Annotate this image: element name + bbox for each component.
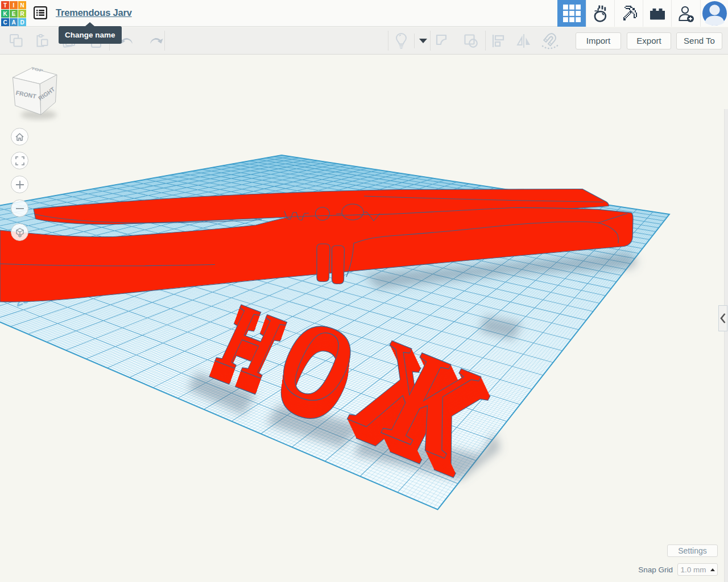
- lightbulb-icon: [395, 32, 408, 49]
- logo-cell: D: [18, 18, 26, 26]
- viewport-3d[interactable]: 25 НННННННННННННННННННННННННОООООООООООО…: [0, 55, 728, 582]
- send-to-button[interactable]: Send To: [676, 32, 722, 49]
- logo-cell: C: [1, 18, 9, 26]
- top-header: TINKERCAD Tremendous Jarv: [0, 0, 728, 27]
- show-all-button[interactable]: [391, 30, 411, 52]
- group-icon: [435, 33, 450, 49]
- home-view-button[interactable]: [11, 128, 28, 146]
- sim-lab-button[interactable]: [586, 0, 614, 27]
- logo-cell: A: [10, 18, 18, 26]
- change-name-tooltip: Change name: [59, 26, 122, 44]
- ungroup-icon: [463, 33, 479, 49]
- logo-cell: K: [1, 10, 9, 18]
- fit-view-icon: [15, 156, 24, 165]
- plus-icon: [15, 180, 24, 189]
- view-blocks-button[interactable]: [557, 0, 586, 27]
- snap-grid-label: Snap Grid: [638, 566, 673, 574]
- tinkercad-logo[interactable]: TINKERCAD: [1, 1, 26, 26]
- design-title-link[interactable]: Tremendous Jarv: [56, 7, 132, 18]
- invite-button[interactable]: [671, 0, 700, 27]
- redo-icon: [148, 35, 164, 47]
- scene-3d[interactable]: 25 НННННННННННННННННННННННННОООООООООООО…: [0, 55, 728, 582]
- perspective-cube-icon: [15, 227, 25, 238]
- zoom-in-button[interactable]: [11, 176, 28, 193]
- design-menu-button[interactable]: [34, 6, 47, 19]
- caret-up-icon: [710, 568, 715, 571]
- tooltip-arrow: [85, 22, 94, 26]
- avatar-icon: [702, 1, 727, 26]
- snap-grid-control: Snap Grid 1.0 mm: [638, 563, 718, 576]
- paste-icon: [35, 34, 49, 48]
- magnet-icon: [541, 32, 560, 50]
- logo-cell: T: [1, 1, 9, 9]
- grid-3x3-icon: [563, 5, 581, 22]
- copy-icon: [9, 34, 23, 48]
- zoom-out-button[interactable]: [11, 199, 28, 217]
- minecraft-button[interactable]: [614, 0, 643, 27]
- document-list-icon: [34, 6, 47, 19]
- nav-buttons: [11, 128, 29, 247]
- fit-view-button[interactable]: [11, 152, 28, 169]
- logo-cell: N: [18, 1, 26, 9]
- group-button[interactable]: [431, 30, 454, 52]
- mirror-button[interactable]: [514, 30, 534, 52]
- snap-grid-dropdown[interactable]: 1.0 mm: [677, 563, 718, 576]
- right-panel-strip: [724, 109, 728, 582]
- logo-cell: E: [10, 10, 18, 18]
- caret-down-icon: [419, 39, 427, 43]
- logo-cell: R: [18, 10, 26, 18]
- copy-button[interactable]: [5, 30, 27, 52]
- ungroup-button[interactable]: [460, 30, 482, 52]
- view-cube[interactable]: TOP FRONT RIGHT: [6, 64, 63, 123]
- show-all-dropdown[interactable]: [418, 39, 428, 43]
- add-person-icon: [677, 5, 694, 22]
- align-icon: [491, 34, 506, 48]
- logo-cell: I: [10, 1, 18, 9]
- paste-button[interactable]: [30, 30, 53, 52]
- perspective-toggle-button[interactable]: [11, 223, 28, 241]
- panel-toggle-button[interactable]: [718, 305, 727, 331]
- mirror-icon: [516, 34, 532, 48]
- minus-icon: [15, 204, 24, 213]
- align-button[interactable]: [488, 30, 508, 52]
- import-button[interactable]: Import: [576, 32, 621, 49]
- settings-button[interactable]: Settings: [667, 544, 718, 557]
- account-button[interactable]: [700, 0, 728, 27]
- home-icon: [15, 132, 24, 142]
- falling-apple-icon: [592, 5, 609, 23]
- pickaxe-icon: [620, 5, 638, 22]
- export-button[interactable]: Export: [627, 32, 671, 49]
- brick-icon: [650, 7, 665, 20]
- snap-button[interactable]: [539, 30, 562, 52]
- lego-button[interactable]: [643, 0, 671, 27]
- chevron-left-icon: [720, 313, 726, 323]
